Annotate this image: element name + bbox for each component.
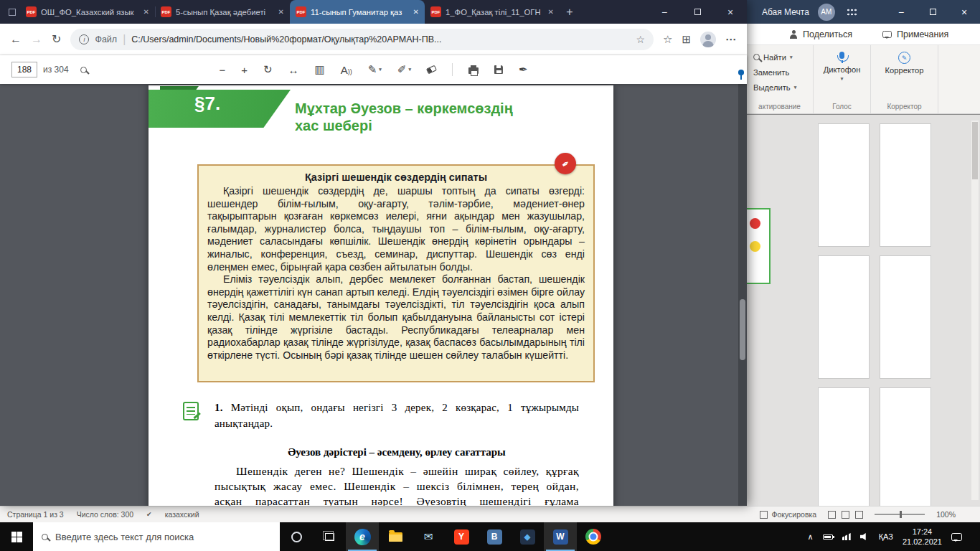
word-scrollbar[interactable] xyxy=(971,121,979,500)
taskbar-vk[interactable]: В xyxy=(478,522,511,551)
word-quick-actions: Поделиться Примечания xyxy=(746,24,980,45)
forward-button[interactable]: → xyxy=(31,33,42,46)
annotate-icon[interactable]: ✒ xyxy=(519,63,528,76)
browser-tab[interactable]: PDF 1_ФО_Қазақ тілі_11_ОГН ✕ xyxy=(425,0,560,24)
edge-maximize-button[interactable] xyxy=(681,0,714,24)
favorite-star-icon[interactable]: ☆ xyxy=(636,34,645,45)
word-restore-button[interactable] xyxy=(917,0,948,24)
taskbar-edge[interactable]: e xyxy=(346,522,379,551)
word-page-thumbnail[interactable] xyxy=(880,255,931,379)
edge-minimize-button[interactable]: − xyxy=(648,0,681,24)
volume-icon[interactable] xyxy=(860,532,870,541)
pdf-scrollbar[interactable] xyxy=(738,84,747,506)
select-button[interactable]: Выделить ▾ xyxy=(753,80,813,95)
read-aloud-icon[interactable]: A)) xyxy=(341,64,352,76)
browser-tab[interactable]: PDF 5-сынып Қазақ әдебиеті ✕ xyxy=(155,0,290,24)
account-avatar[interactable]: АМ xyxy=(818,4,835,21)
zoom-out-icon[interactable]: − xyxy=(219,64,225,76)
replace-button[interactable]: Заменить xyxy=(753,65,813,80)
tab-actions-icon[interactable] xyxy=(4,0,20,24)
menu-ellipsis-icon[interactable]: ⋯ xyxy=(725,33,737,46)
theory-paragraph-2: Еліміз тәуелсіздік алып, дербес мемлекет… xyxy=(207,273,585,362)
close-tab-icon[interactable]: ✕ xyxy=(278,8,284,16)
clock[interactable]: 17:24 21.02.2021 xyxy=(903,527,942,547)
word-close-button[interactable]: × xyxy=(948,0,980,24)
share-button[interactable]: Поделиться xyxy=(789,29,852,39)
taskbar-word[interactable]: W xyxy=(544,522,577,551)
new-tab-button[interactable]: + xyxy=(560,6,580,19)
app-icon: ◆ xyxy=(520,529,535,545)
ribbon-options-icon[interactable] xyxy=(847,8,858,17)
read-mode-icon[interactable] xyxy=(828,511,836,519)
word-page-thumbnail[interactable] xyxy=(818,123,870,247)
tab-bar: PDF ОШ_ФО_Казахский язык ✕ PDF 5-сынып Қ… xyxy=(0,0,747,24)
status-page-count[interactable]: Страница 1 из 3 xyxy=(7,510,64,519)
zoom-level[interactable]: 100% xyxy=(936,510,956,519)
ribbon-group-editor: ✎ Корректор Корректор xyxy=(871,45,938,113)
browser-tab-active[interactable]: PDF 11-сынып Гуманитар қаз ✕ xyxy=(290,0,425,24)
close-tab-icon[interactable]: ✕ xyxy=(143,8,149,16)
word-minimize-button[interactable]: − xyxy=(885,0,917,24)
language-indicator[interactable]: ҚАЗ xyxy=(879,532,893,541)
network-icon[interactable] xyxy=(842,533,851,540)
cortana-button[interactable] xyxy=(280,522,313,551)
taskbar-chrome[interactable] xyxy=(577,522,610,551)
chrome-icon xyxy=(585,529,601,545)
spellcheck-icon[interactable]: ✔ xyxy=(146,511,152,518)
close-tab-icon[interactable]: ✕ xyxy=(548,8,554,16)
close-tab-icon[interactable]: ✕ xyxy=(413,8,419,16)
page-view-icon[interactable]: ▥ xyxy=(315,63,325,76)
collections-icon[interactable]: ⊞ xyxy=(682,33,691,46)
pdf-scrollbar-thumb[interactable] xyxy=(740,299,745,360)
back-button[interactable]: ← xyxy=(10,33,22,46)
rotate-icon[interactable]: ↻ xyxy=(263,63,273,76)
taskbar-explorer[interactable] xyxy=(379,522,412,551)
taskbar-app-dark[interactable]: ◆ xyxy=(511,522,544,551)
save-icon[interactable] xyxy=(494,65,503,74)
task-view-button[interactable] xyxy=(313,522,346,551)
find-button[interactable]: Найти ▾ xyxy=(753,50,813,65)
zoom-in-icon[interactable]: + xyxy=(241,64,248,76)
address-bar: ← → ↻ i Файл | C:/Users/admin/Documents/… xyxy=(0,24,747,55)
word-page-thumbnail[interactable] xyxy=(818,255,870,379)
eraser-icon[interactable] xyxy=(426,65,437,75)
hidden-icons-chevron[interactable]: ∧ xyxy=(808,532,814,542)
start-button[interactable] xyxy=(0,522,33,551)
focus-mode-button[interactable]: Фокусировка xyxy=(760,510,816,519)
status-word-count[interactable]: Число слов: 300 xyxy=(77,510,133,519)
desktop: Абая Мечта АМ − × Поделиться Примечания … xyxy=(0,0,980,551)
taskbar-search[interactable]: Введите здесь текст для поиска xyxy=(33,522,280,551)
info-icon[interactable]: i xyxy=(79,34,89,44)
word-page-thumbnail[interactable] xyxy=(818,387,870,511)
url-field[interactable]: i Файл | C:/Users/admin/Documents/Новый%… xyxy=(70,29,654,50)
zoom-slider-thumb[interactable] xyxy=(900,511,902,518)
browser-tab[interactable]: PDF ОШ_ФО_Казахский язык ✕ xyxy=(20,0,155,24)
status-language[interactable]: казахский xyxy=(165,510,199,519)
action-center-icon[interactable] xyxy=(951,533,962,541)
draw-pen-icon[interactable]: ✎▾ xyxy=(368,63,382,76)
print-icon[interactable] xyxy=(468,67,479,74)
battery-icon[interactable] xyxy=(823,534,833,540)
highlighter-icon[interactable]: ✐▾ xyxy=(397,63,411,76)
edge-close-button[interactable]: × xyxy=(714,0,747,24)
pdf-file-icon: PDF xyxy=(26,6,37,17)
fit-width-icon[interactable]: ↔ xyxy=(288,64,299,76)
word-page-thumbnail[interactable] xyxy=(880,123,931,247)
editor-button[interactable]: ✎ Корректор xyxy=(871,45,938,75)
taskbar-yandex[interactable]: Y xyxy=(445,522,478,551)
favorites-icon[interactable]: ☆ xyxy=(663,33,672,46)
page-number-input[interactable]: 188 xyxy=(11,62,37,77)
pdf-file-icon: PDF xyxy=(430,6,441,17)
web-layout-icon[interactable] xyxy=(855,511,863,519)
theory-box: Қазіргі шешендік сөздердің сипаты Қазірг… xyxy=(197,164,595,382)
print-layout-icon[interactable] xyxy=(842,511,849,519)
refresh-button[interactable]: ↻ xyxy=(52,32,61,46)
group-label-editor: Корректор xyxy=(871,103,938,110)
word-page-thumbnail[interactable] xyxy=(880,387,931,511)
taskbar-mail[interactable]: ✉ xyxy=(412,522,445,551)
dictate-button[interactable]: Диктофон ▾ xyxy=(814,45,870,82)
zoom-slider[interactable] xyxy=(875,514,925,515)
profile-avatar[interactable] xyxy=(700,32,716,47)
comments-button[interactable]: Примечания xyxy=(882,29,948,39)
pdf-search-icon[interactable] xyxy=(80,67,87,73)
